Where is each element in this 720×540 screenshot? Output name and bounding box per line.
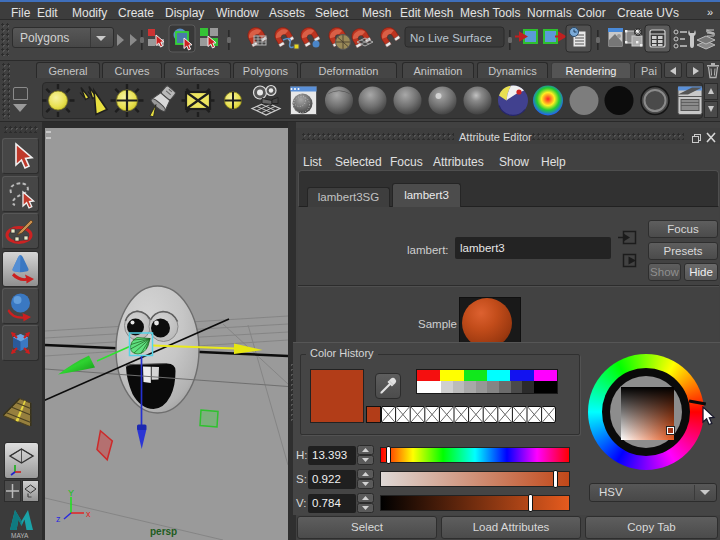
svg-text:No Live Surface: No Live Surface: [410, 32, 492, 44]
svg-text:persp: persp: [150, 526, 177, 537]
svg-text:Y: Y: [68, 488, 74, 498]
svg-text:MAYA: MAYA: [11, 532, 29, 539]
svg-text:x: x: [86, 509, 91, 519]
svg-text:z: z: [56, 514, 61, 524]
